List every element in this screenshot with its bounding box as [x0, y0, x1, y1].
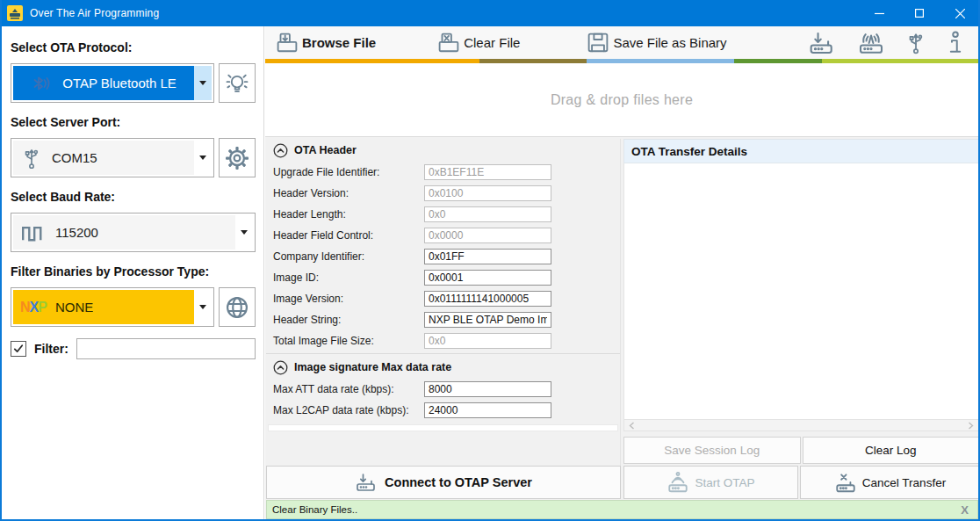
online-binaries-button[interactable] [219, 287, 256, 327]
baud-rate-label: Select Baud Rate: [11, 190, 256, 204]
header-length-input[interactable] [424, 206, 551, 222]
connect-to-otap-server-button[interactable]: Connect to OTAP Server [266, 466, 621, 499]
cancel-transfer-icon [834, 471, 857, 494]
section-divider [266, 353, 620, 354]
collapse-signature-icon[interactable] [273, 360, 288, 375]
close-button[interactable] [940, 0, 980, 26]
browse-file-label: Browse File [302, 35, 376, 50]
field-label: Image Version: [273, 293, 424, 305]
drag-drop-zone[interactable]: Drag & drop files here [265, 63, 978, 137]
processor-type-select[interactable]: NXP NONE [11, 287, 214, 327]
square-wave-icon [20, 221, 47, 244]
drag-drop-text: Drag & drop files here [551, 92, 693, 108]
globe-icon [223, 293, 251, 322]
wireless-server-icon[interactable] [855, 30, 887, 56]
status-close-button[interactable]: X [957, 503, 972, 517]
baud-rate-select[interactable]: 115200 [11, 213, 256, 252]
window-title: Over The Air Programming [30, 7, 159, 19]
form-horizontal-scrollbar[interactable] [268, 424, 618, 431]
sidebar: Select OTA Protocol: OTAP Bluetooth LE [2, 26, 264, 519]
max-l2cap-data-rate-input[interactable] [424, 402, 551, 418]
hint-button[interactable] [219, 63, 256, 103]
file-toolbar: Browse File Clear File [265, 26, 978, 59]
transfer-log-area [623, 163, 979, 419]
save-binary-label: Save File as Binary [613, 35, 726, 50]
gear-icon [224, 145, 250, 171]
status-bar: Clear Binary Files.. X [266, 500, 978, 519]
ota-protocol-select[interactable]: OTAP Bluetooth LE [11, 63, 214, 103]
field-label: Company Identifier: [273, 250, 424, 263]
transfer-horizontal-scrollbar[interactable] [623, 419, 979, 431]
filter-input[interactable] [76, 338, 256, 359]
ota-header-panel: OTA Header Upgrade File Identifier: Head… [266, 139, 621, 466]
maximize-button[interactable] [899, 0, 940, 26]
main-area: Browse File Clear File [265, 26, 978, 519]
processor-type-label: Filter Binaries by Processor Type: [11, 264, 256, 279]
save-file-as-binary-button[interactable]: Save File as Binary [580, 26, 731, 59]
transfer-details-title: OTA Transfer Details [631, 145, 747, 158]
scroll-right-icon [968, 422, 974, 430]
save-binary-icon [585, 31, 611, 55]
field-label: Header String: [273, 314, 424, 326]
port-settings-button[interactable] [219, 138, 256, 177]
minimize-button[interactable] [859, 0, 899, 26]
clear-file-icon [436, 31, 462, 55]
usb-toolbar-icon[interactable] [904, 30, 927, 56]
header-version-input[interactable] [424, 185, 551, 201]
filter-checkbox[interactable] [11, 341, 26, 357]
cancel-transfer-button[interactable]: Cancel Transfer [800, 466, 980, 499]
server-port-label: Select Server Port: [11, 115, 256, 129]
field-label: Image ID: [273, 271, 424, 284]
save-session-log-label: Save Session Log [664, 444, 760, 457]
cancel-transfer-label: Cancel Transfer [862, 476, 946, 489]
lightbulb-icon [224, 70, 250, 97]
image-id-input[interactable] [424, 270, 551, 286]
upgrade-file-identifier-input[interactable] [424, 164, 551, 180]
header-field-control-input[interactable] [424, 228, 551, 243]
company-identifier-input[interactable] [424, 249, 551, 264]
browse-file-button[interactable]: Browse File [269, 26, 381, 59]
header-string-input[interactable] [424, 312, 551, 328]
collapse-ota-header-icon[interactable] [273, 143, 288, 158]
processor-type-value: NONE [55, 300, 93, 315]
status-message: Clear Binary Files.. [272, 504, 357, 515]
bluetooth-icon [31, 73, 54, 94]
filter-label: Filter: [34, 342, 68, 356]
ota-protocol-dropdown-arrow[interactable] [194, 66, 212, 100]
processor-type-dropdown-arrow[interactable] [194, 290, 212, 324]
ota-header-title: OTA Header [294, 144, 357, 156]
browse-file-icon [274, 31, 300, 55]
clear-file-label: Clear File [464, 35, 520, 50]
usb-icon [20, 146, 43, 170]
baud-rate-value: 115200 [55, 225, 98, 240]
start-otap-button[interactable]: Start OTAP [623, 466, 798, 499]
download-to-server-icon[interactable] [808, 30, 838, 56]
image-version-input[interactable] [424, 291, 551, 307]
baud-rate-dropdown-arrow[interactable] [235, 215, 253, 250]
action-row: Connect to OTAP Server Start OTAP [266, 466, 978, 500]
total-image-file-size-input[interactable] [424, 333, 551, 349]
clear-log-button[interactable]: Clear Log [803, 437, 980, 464]
save-session-log-button[interactable]: Save Session Log [623, 437, 801, 464]
signature-section-title: Image signature Max data rate [294, 361, 451, 373]
transfer-details-panel: OTA Transfer Details Save Session Log Cl… [623, 139, 979, 466]
server-port-select[interactable]: COM15 [11, 138, 214, 177]
clear-file-button[interactable]: Clear File [430, 26, 525, 59]
server-port-value: COM15 [52, 150, 97, 165]
start-otap-label: Start OTAP [695, 476, 754, 489]
info-icon[interactable] [945, 30, 966, 56]
connect-server-icon [355, 471, 379, 494]
titlebar: Over The Air Programming [0, 0, 980, 26]
field-label: Header Field Control: [273, 229, 424, 242]
field-label: Max ATT data rate (kbps): [273, 383, 424, 395]
max-att-data-rate-input[interactable] [424, 381, 551, 397]
field-label: Header Length: [273, 208, 424, 221]
field-label: Upgrade File Identifier: [273, 166, 424, 178]
application-window: Over The Air Programming Select OTA Prot… [0, 0, 980, 521]
scroll-left-icon [629, 422, 635, 430]
nxp-logo-icon: NXP [20, 300, 47, 315]
start-otap-icon [667, 471, 689, 494]
server-port-dropdown-arrow[interactable] [194, 141, 212, 175]
ota-protocol-value: OTAP Bluetooth LE [62, 76, 177, 90]
field-label: Header Version: [273, 187, 424, 199]
